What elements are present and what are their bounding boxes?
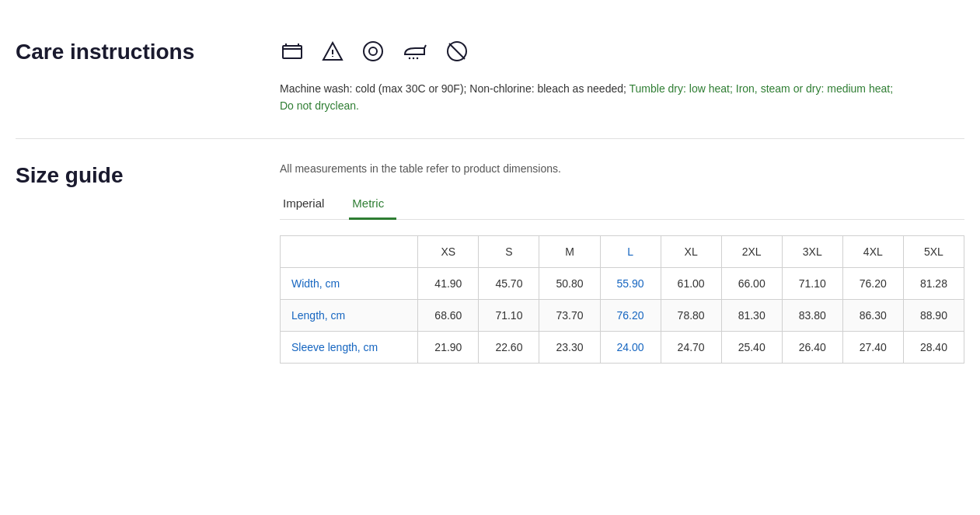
table-row: Width, cm 41.90 45.70 50.80 55.90 61.00 …	[281, 267, 964, 299]
width-3xl: 71.10	[782, 267, 842, 299]
width-xs: 41.90	[418, 267, 479, 299]
triangle-warning-icon	[320, 39, 345, 68]
wash-icon	[280, 40, 305, 68]
sleeve-xl: 24.70	[661, 331, 721, 363]
width-5xl: 81.28	[903, 267, 964, 299]
size-table: XS S M L XL 2XL 3XL 4XL 5XL Width, cm 41	[280, 235, 964, 364]
length-xs: 68.60	[418, 299, 479, 331]
table-header-xl: XL	[661, 235, 721, 267]
care-text: Machine wash: cold (max 30C or 90F); Non…	[280, 80, 902, 115]
table-header-empty	[281, 235, 418, 267]
row-label-width: Width, cm	[281, 267, 418, 299]
width-2xl: 66.00	[721, 267, 782, 299]
tab-imperial[interactable]: Imperial	[280, 190, 337, 220]
size-guide-content: All measurements in the table refer to p…	[280, 162, 964, 364]
care-instructions-section: Care instructions	[16, 23, 964, 138]
length-3xl: 83.80	[782, 299, 842, 331]
table-header-4xl: 4XL	[842, 235, 903, 267]
no-dryclean-icon	[445, 39, 469, 68]
size-guide-section: Size guide All measurements in the table…	[16, 139, 964, 379]
table-header-3xl: 3XL	[782, 235, 842, 267]
length-4xl: 86.30	[842, 299, 903, 331]
sleeve-s: 22.60	[479, 331, 539, 363]
width-xl: 61.00	[661, 267, 721, 299]
care-icons-row	[280, 39, 964, 68]
row-label-sleeve: Sleeve length, cm	[281, 331, 418, 363]
iron-icon	[401, 39, 429, 68]
width-m: 50.80	[539, 267, 600, 299]
width-s: 45.70	[479, 267, 539, 299]
tab-metric[interactable]: Metric	[349, 190, 396, 220]
table-row: Length, cm 68.60 71.10 73.70 76.20 78.80…	[281, 299, 964, 331]
care-instructions-title: Care instructions	[16, 39, 280, 115]
row-label-length: Length, cm	[281, 299, 418, 331]
length-2xl: 81.30	[721, 299, 782, 331]
svg-point-1	[364, 42, 382, 61]
table-header-5xl: 5XL	[903, 235, 964, 267]
length-s: 71.10	[479, 299, 539, 331]
table-header-2xl: 2XL	[721, 235, 782, 267]
svg-line-7	[449, 43, 465, 59]
svg-point-2	[369, 47, 377, 55]
measurements-note: All measurements in the table refer to p…	[280, 162, 964, 175]
svg-rect-0	[283, 46, 302, 58]
length-5xl: 88.90	[903, 299, 964, 331]
width-l: 55.90	[600, 267, 661, 299]
table-header-s: S	[479, 235, 539, 267]
sleeve-xs: 21.90	[418, 331, 479, 363]
sleeve-2xl: 25.40	[721, 331, 782, 363]
sleeve-5xl: 28.40	[903, 331, 964, 363]
care-instructions-content: Machine wash: cold (max 30C or 90F); Non…	[280, 39, 964, 115]
table-header-xs: XS	[418, 235, 479, 267]
page-container: Care instructions	[0, 0, 980, 402]
sleeve-4xl: 27.40	[842, 331, 903, 363]
width-4xl: 76.20	[842, 267, 903, 299]
circle-wash-icon	[361, 39, 385, 68]
size-guide-title: Size guide	[16, 162, 280, 364]
length-m: 73.70	[539, 299, 600, 331]
care-text-plain: Machine wash: cold (max 30C or 90F); Non…	[280, 82, 630, 95]
table-row: Sleeve length, cm 21.90 22.60 23.30 24.0…	[281, 331, 964, 363]
table-header-row: XS S M L XL 2XL 3XL 4XL 5XL	[281, 235, 964, 267]
length-l: 76.20	[600, 299, 661, 331]
sleeve-l: 24.00	[600, 331, 661, 363]
table-header-m: M	[539, 235, 600, 267]
sleeve-3xl: 26.40	[782, 331, 842, 363]
length-xl: 78.80	[661, 299, 721, 331]
unit-tabs: Imperial Metric	[280, 190, 964, 220]
table-header-l: L	[600, 235, 661, 267]
sleeve-m: 23.30	[539, 331, 600, 363]
